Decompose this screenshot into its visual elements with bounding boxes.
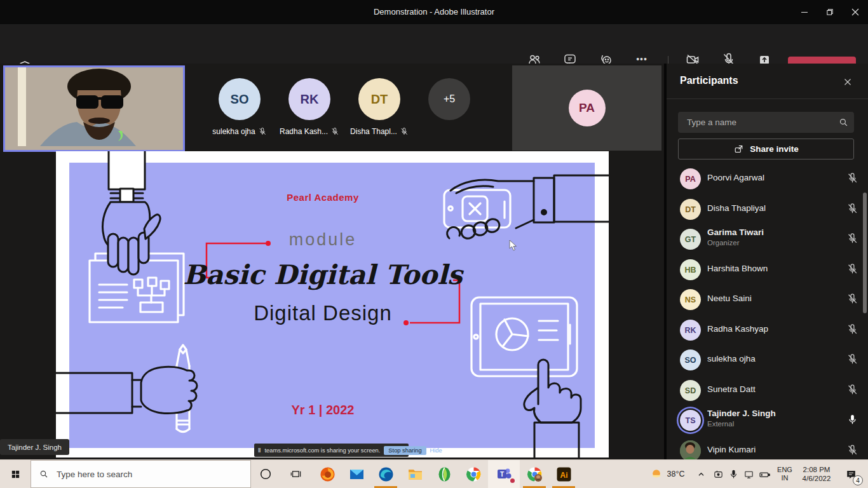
- participant-name: Tajinder J. Singh: [707, 409, 776, 418]
- taskbar-icon-firefox[interactable]: [313, 460, 342, 488]
- mic-status-icon: [846, 203, 858, 215]
- taskbar-icon-illustrator[interactable]: Ai: [549, 460, 578, 488]
- mic-status-icon: [846, 444, 858, 456]
- avatar: NS: [680, 289, 701, 310]
- presenter-name-label: Tajinder J. Singh: [0, 439, 69, 455]
- taskbar-icon-coreldraw[interactable]: [430, 460, 459, 488]
- action-center-button[interactable]: 4: [837, 460, 864, 488]
- stage-avatar-overflow[interactable]: +5: [414, 78, 484, 120]
- language-indicator[interactable]: ENGIN: [773, 460, 797, 488]
- taskbar-icon-chrome[interactable]: [459, 460, 488, 488]
- close-panel-button[interactable]: [838, 72, 857, 92]
- illustrator-icon: Ai: [556, 466, 572, 482]
- tray-record-icon[interactable]: [710, 460, 726, 488]
- slide-subtitle: Digital Design: [56, 301, 590, 325]
- tray-mic-icon[interactable]: [726, 460, 741, 488]
- participant-search[interactable]: [678, 112, 854, 133]
- participant-name: Poorvi Agarwal: [707, 173, 764, 182]
- sun-icon: [650, 468, 663, 480]
- share-invite-button[interactable]: Share invite: [678, 139, 854, 159]
- tray-network-icon[interactable]: [741, 460, 756, 488]
- date: 4/6/2022: [803, 474, 831, 483]
- taskbar-icon-mail[interactable]: [342, 460, 371, 488]
- mic-status-icon: [846, 384, 858, 396]
- taskbar-icon-teams[interactable]: T: [488, 460, 520, 488]
- firefox-icon: [320, 466, 336, 482]
- participant-row[interactable]: GT Garima Tiwari Organizer: [667, 224, 868, 254]
- self-video-thumbnail[interactable]: [3, 65, 185, 152]
- participant-name: Vipin Kumari: [707, 445, 756, 454]
- participant-row[interactable]: DT Disha Thapliyal: [667, 194, 868, 224]
- taskbar-icon-explorer[interactable]: [400, 460, 430, 488]
- search-icon: [39, 469, 49, 479]
- temperature: 38°C: [667, 470, 685, 478]
- chrome-profile-icon: [527, 466, 543, 482]
- minimize-button[interactable]: [792, 0, 817, 24]
- busy-presence-dot: [509, 477, 516, 484]
- participant-name: Radha Kashyap: [707, 324, 768, 334]
- tray-battery-icon[interactable]: [756, 460, 773, 488]
- overflow-count-avatar: +5: [428, 78, 470, 120]
- stop-sharing-button[interactable]: Stop sharing: [384, 446, 426, 455]
- avatar-photo: [680, 440, 701, 461]
- participant-row[interactable]: PA Poorvi Agarwal: [667, 164, 868, 194]
- search-input[interactable]: [686, 117, 838, 128]
- avatar: PA: [680, 168, 701, 189]
- tray-chevron-up[interactable]: [693, 460, 709, 488]
- hide-banner-button[interactable]: Hide: [430, 447, 442, 454]
- participant-name: Harshita Bhown: [707, 264, 768, 273]
- taskbar-icon-chrome-profile[interactable]: [520, 460, 549, 488]
- meeting-stage: SO sulekha ojha RK Radha Kash... DT Dish…: [0, 64, 661, 459]
- close-window-button[interactable]: [843, 0, 868, 24]
- task-view-button[interactable]: [282, 460, 310, 488]
- panel-title: Participants: [680, 75, 738, 86]
- cortana-button[interactable]: [252, 460, 280, 488]
- avatar: DT: [358, 78, 400, 120]
- participant-row[interactable]: SD Sunetra Datt: [667, 376, 868, 405]
- stage-avatar-sulekha[interactable]: SO sulekha ojha: [205, 78, 275, 136]
- stage-avatar-radha[interactable]: RK Radha Kash...: [275, 78, 344, 136]
- mic-status-icon: [846, 172, 858, 184]
- taskbar-search[interactable]: [31, 460, 251, 488]
- clock[interactable]: 2:08 PM4/6/2022: [797, 460, 836, 488]
- mic-status-icon: [258, 127, 267, 136]
- mic-status-icon: [846, 233, 858, 245]
- participant-row[interactable]: NS Neetu Saini: [667, 285, 868, 315]
- taskbar-search-input[interactable]: [55, 469, 217, 480]
- participant-row[interactable]: HB Harshita Bhown: [667, 255, 868, 285]
- participant-tile-poorvi[interactable]: PA: [512, 65, 661, 151]
- shared-screen: Pearl Academy module Basic Digital Tools…: [56, 151, 609, 458]
- participant-role: Organizer: [707, 239, 740, 247]
- chrome-icon: [466, 466, 482, 482]
- stage-avatar-disha[interactable]: DT Disha Thapl...: [344, 78, 414, 136]
- mic-status-icon: [846, 323, 858, 336]
- avatar-speaking: TS: [680, 410, 701, 431]
- screen-sharing-banner: ‖ teams.microsoft.com is sharing your sc…: [254, 444, 409, 457]
- webcam-video: [5, 67, 179, 146]
- weather-widget[interactable]: 38°C: [643, 460, 691, 488]
- mic-status-icon: [330, 127, 339, 136]
- participant-row[interactable]: SO sulekha ojha: [667, 345, 868, 375]
- slide-title: Basic Digital Tools: [56, 259, 590, 290]
- panel-separator: [667, 98, 868, 99]
- taskbar-icon-edge[interactable]: [371, 460, 400, 488]
- participant-name: Radha Kash...: [280, 127, 328, 136]
- restore-button[interactable]: [817, 0, 843, 24]
- mic-status-icon: [400, 127, 409, 136]
- avatar: DT: [680, 199, 701, 220]
- time: 2:08 PM: [803, 465, 831, 474]
- panel-scrollbar[interactable]: [863, 193, 867, 313]
- mic-status-icon: [846, 414, 858, 426]
- window-title: Demonstration - Adobe Illustrator: [0, 0, 868, 24]
- edge-icon: [378, 466, 394, 482]
- slide-brand: Pearl Academy: [56, 192, 590, 203]
- pause-icon: ‖: [258, 447, 261, 454]
- participant-name: Neetu Saini: [707, 294, 752, 303]
- participant-row[interactable]: RK Radha Kashyap: [667, 315, 868, 345]
- avatar: SD: [680, 380, 701, 401]
- avatar: PA: [569, 90, 606, 126]
- search-icon: [838, 117, 849, 128]
- participant-name: Disha Thapl...: [350, 127, 397, 136]
- start-button[interactable]: [0, 460, 31, 488]
- participant-row[interactable]: TS Tajinder J. Singh External: [667, 405, 868, 435]
